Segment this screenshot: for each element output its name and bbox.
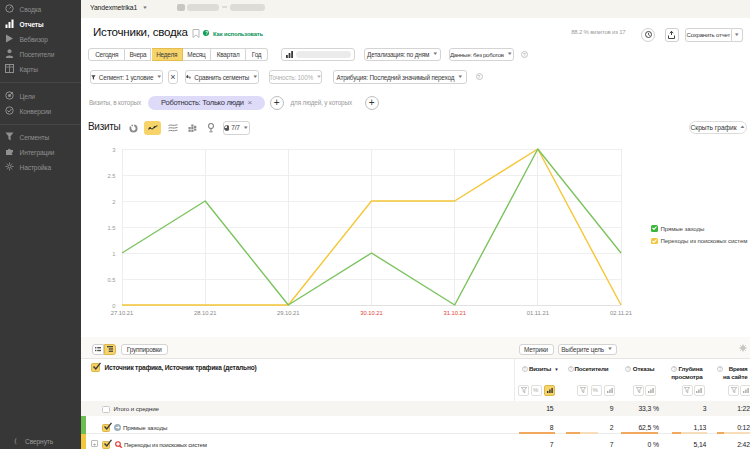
svg-text:28.10.21: 28.10.21 — [194, 310, 217, 316]
svg-text:0.5: 0.5 — [107, 277, 115, 283]
svg-text:2.5: 2.5 — [107, 173, 115, 179]
svg-text:2: 2 — [112, 199, 115, 205]
svg-text:02.11.21: 02.11.21 — [610, 310, 632, 316]
svg-text:30.10.21: 30.10.21 — [360, 310, 383, 316]
svg-text:1.5: 1.5 — [107, 225, 115, 231]
svg-text:1: 1 — [112, 251, 115, 257]
svg-text:27.10.21: 27.10.21 — [111, 310, 134, 316]
svg-text:3: 3 — [112, 147, 115, 153]
svg-text:29.10.21: 29.10.21 — [277, 310, 300, 316]
svg-text:01.11.21: 01.11.21 — [527, 310, 549, 316]
svg-text:0: 0 — [112, 303, 115, 309]
svg-text:31.10.21: 31.10.21 — [443, 310, 466, 316]
